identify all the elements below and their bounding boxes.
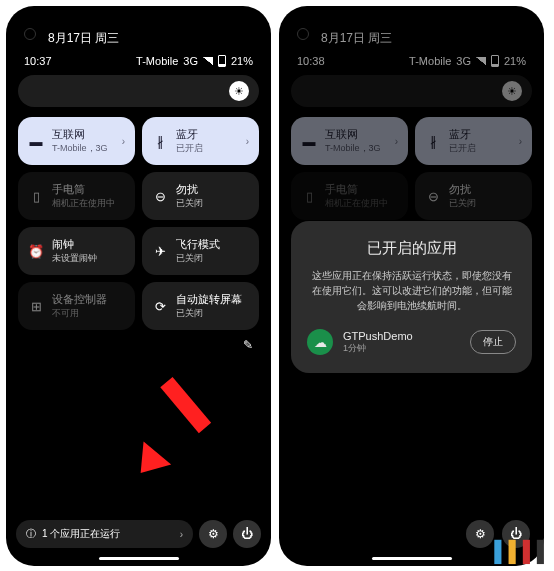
plane-icon: ✈ bbox=[152, 244, 168, 259]
qs-tile-wifi[interactable]: ▬互联网T-Mobile，3G› bbox=[291, 117, 408, 165]
dialog-body: 这些应用正在保持活跃运行状态，即使您没有在使用它们。这可以改进它们的功能，但可能… bbox=[307, 268, 516, 313]
app-name: GTPushDemo bbox=[343, 330, 460, 342]
chevron-right-icon: › bbox=[122, 136, 125, 147]
qs-tile-flash: ▯手电筒相机正在使用中 bbox=[18, 172, 135, 220]
chevron-right-icon: › bbox=[395, 136, 398, 147]
active-apps-dialog: 已开启的应用 这些应用正在保持活跃运行状态，即使您没有在使用它们。这可以改进它们… bbox=[291, 221, 532, 373]
carrier: T-Mobile bbox=[136, 55, 178, 67]
tile-title: 互联网 bbox=[325, 127, 387, 142]
tile-title: 蓝牙 bbox=[176, 127, 238, 142]
edit-icon[interactable]: ✎ bbox=[18, 330, 259, 352]
phone-left: 8月17日 周三 10:37 T-Mobile 3G 21% ☀ ▬互联网T-M… bbox=[6, 6, 271, 566]
chevron-right-icon: › bbox=[246, 136, 249, 147]
tile-subtitle: T-Mobile，3G bbox=[325, 142, 387, 155]
qs-tile-alarm[interactable]: ⏰闹钟未设置闹钟 bbox=[18, 227, 135, 275]
flash-icon: ▯ bbox=[28, 189, 44, 204]
status-bar: 10:37 T-Mobile 3G 21% bbox=[6, 51, 271, 75]
status-date: 8月17日 周三 bbox=[6, 6, 271, 51]
dialog-title: 已开启的应用 bbox=[307, 239, 516, 258]
dnd-icon: ⊖ bbox=[152, 189, 168, 204]
dnd-icon: ⊖ bbox=[425, 189, 441, 204]
tile-title: 勿扰 bbox=[449, 182, 522, 197]
tile-subtitle: 相机正在使用中 bbox=[52, 197, 125, 210]
flash-icon: ▯ bbox=[301, 189, 317, 204]
tile-title: 勿扰 bbox=[176, 182, 249, 197]
qs-tile-bt[interactable]: ∦蓝牙已开启› bbox=[142, 117, 259, 165]
info-icon: ⓘ bbox=[26, 527, 36, 541]
rotate-icon: ⟳ bbox=[152, 299, 168, 314]
tile-title: 设备控制器 bbox=[52, 292, 125, 307]
network: 3G bbox=[456, 55, 471, 67]
tile-subtitle: 已关闭 bbox=[176, 197, 249, 210]
signal-icon bbox=[203, 57, 213, 65]
qs-tile-bt[interactable]: ∦蓝牙已开启› bbox=[415, 117, 532, 165]
qs-tile-devices: ⊞设备控制器不可用 bbox=[18, 282, 135, 330]
brightness-slider[interactable]: ☀ bbox=[291, 75, 532, 107]
power-button[interactable]: ⏻ bbox=[233, 520, 261, 548]
running-apps-pill[interactable]: ⓘ 1 个应用正在运行 › bbox=[16, 520, 193, 548]
wifi-icon: ▬ bbox=[301, 134, 317, 149]
signal-icon bbox=[476, 57, 486, 65]
bt-icon: ∦ bbox=[152, 134, 168, 149]
app-icon: ☁ bbox=[307, 329, 333, 355]
network: 3G bbox=[183, 55, 198, 67]
alarm-icon: ⏰ bbox=[28, 244, 44, 259]
nav-handle[interactable] bbox=[372, 557, 452, 560]
qs-tile-dnd[interactable]: ⊖勿扰已关闭 bbox=[415, 172, 532, 220]
gear-icon: ⚙ bbox=[208, 527, 219, 541]
chevron-right-icon: › bbox=[519, 136, 522, 147]
running-apps-label: 1 个应用正在运行 bbox=[42, 527, 120, 541]
tile-subtitle: 已开启 bbox=[449, 142, 511, 155]
carrier: T-Mobile bbox=[409, 55, 451, 67]
tile-subtitle: 已开启 bbox=[176, 142, 238, 155]
settings-button[interactable]: ⚙ bbox=[199, 520, 227, 548]
qs-tile-wifi[interactable]: ▬互联网T-Mobile，3G› bbox=[18, 117, 135, 165]
tile-subtitle: 未设置闹钟 bbox=[52, 252, 125, 265]
qs-tile-dnd[interactable]: ⊖勿扰已关闭 bbox=[142, 172, 259, 220]
nav-handle[interactable] bbox=[99, 557, 179, 560]
clock: 10:38 bbox=[297, 55, 325, 67]
camera-punch bbox=[24, 28, 36, 40]
tile-subtitle: 不可用 bbox=[52, 307, 125, 320]
app-duration: 1分钟 bbox=[343, 342, 460, 355]
app-row: ☁ GTPushDemo 1分钟 停止 bbox=[307, 329, 516, 355]
phone-right: 8月17日 周三 10:38 T-Mobile 3G 21% ☀ ▬互联网T-M… bbox=[279, 6, 544, 566]
tile-subtitle: 已关闭 bbox=[176, 307, 249, 320]
brightness-thumb-icon[interactable]: ☀ bbox=[229, 81, 249, 101]
battery-pct: 21% bbox=[231, 55, 253, 67]
power-icon: ⏻ bbox=[510, 527, 522, 541]
qs-tile-plane[interactable]: ✈飞行模式已关闭 bbox=[142, 227, 259, 275]
tile-title: 蓝牙 bbox=[449, 127, 511, 142]
status-bar: 10:38 T-Mobile 3G 21% bbox=[279, 51, 544, 75]
tile-title: 自动旋转屏幕 bbox=[176, 292, 249, 307]
qs-tile-flash: ▯手电筒相机正在使用中 bbox=[291, 172, 408, 220]
bt-icon: ∦ bbox=[425, 134, 441, 149]
tile-title: 飞行模式 bbox=[176, 237, 249, 252]
brightness-slider[interactable]: ☀ bbox=[18, 75, 259, 107]
status-date: 8月17日 周三 bbox=[279, 6, 544, 51]
stop-button[interactable]: 停止 bbox=[470, 330, 516, 354]
gear-icon: ⚙ bbox=[475, 527, 486, 541]
battery-pct: 21% bbox=[504, 55, 526, 67]
watermark-logo: ▐▐▐▐ bbox=[487, 540, 544, 563]
power-icon: ⏻ bbox=[241, 527, 253, 541]
battery-icon bbox=[218, 55, 226, 67]
tile-subtitle: T-Mobile，3G bbox=[52, 142, 114, 155]
brightness-thumb-icon[interactable]: ☀ bbox=[502, 81, 522, 101]
devices-icon: ⊞ bbox=[28, 299, 44, 314]
clock: 10:37 bbox=[24, 55, 52, 67]
tile-title: 手电筒 bbox=[325, 182, 398, 197]
tile-subtitle: 相机正在使用中 bbox=[325, 197, 398, 210]
tile-title: 闹钟 bbox=[52, 237, 125, 252]
battery-icon bbox=[491, 55, 499, 67]
qs-tile-rotate[interactable]: ⟳自动旋转屏幕已关闭 bbox=[142, 282, 259, 330]
tile-title: 手电筒 bbox=[52, 182, 125, 197]
wifi-icon: ▬ bbox=[28, 134, 44, 149]
tile-subtitle: 已关闭 bbox=[176, 252, 249, 265]
chevron-right-icon: › bbox=[180, 529, 183, 540]
tile-title: 互联网 bbox=[52, 127, 114, 142]
tile-subtitle: 已关闭 bbox=[449, 197, 522, 210]
